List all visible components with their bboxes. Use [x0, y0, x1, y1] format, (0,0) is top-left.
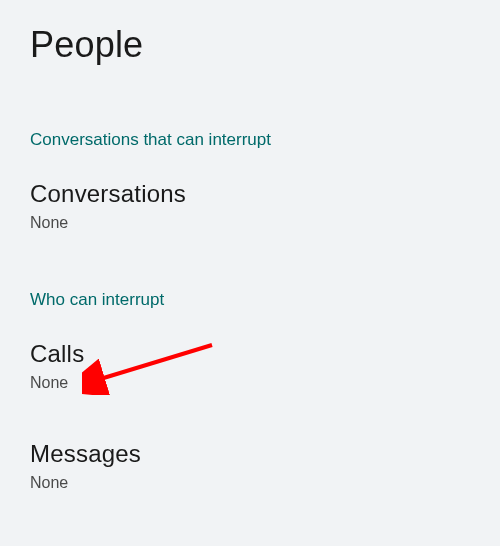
- setting-conversations-value: None: [30, 214, 470, 232]
- setting-conversations-title: Conversations: [30, 180, 470, 208]
- section-header-who: Who can interrupt: [0, 236, 500, 318]
- setting-calls-value: None: [30, 374, 470, 392]
- setting-calls[interactable]: Calls None: [0, 318, 500, 396]
- setting-calls-title: Calls: [30, 340, 470, 368]
- setting-messages[interactable]: Messages None: [0, 418, 500, 496]
- setting-messages-title: Messages: [30, 440, 470, 468]
- setting-messages-value: None: [30, 474, 470, 492]
- page-title: People: [0, 0, 500, 76]
- section-header-conversations: Conversations that can interrupt: [0, 76, 500, 158]
- setting-conversations[interactable]: Conversations None: [0, 158, 500, 236]
